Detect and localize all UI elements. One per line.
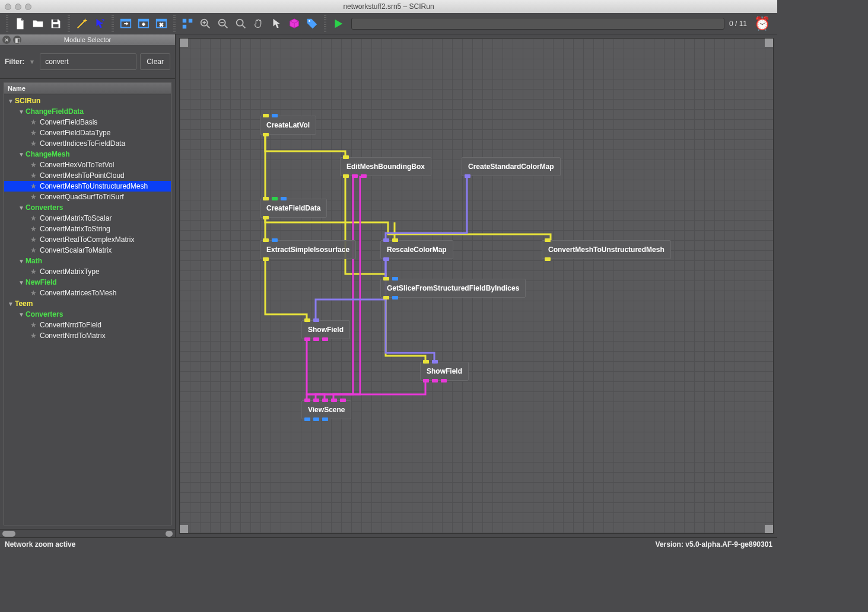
module-node-ConvertMeshToUnstructuredMesh[interactable]: ConvertMeshToUnstructuredMesh (542, 240, 671, 259)
input-port[interactable] (272, 197, 278, 200)
disclosure-icon[interactable]: ▼ (18, 311, 24, 318)
favorite-star-icon[interactable]: ★ (29, 161, 37, 169)
output-port[interactable] (392, 296, 398, 299)
favorite-star-icon[interactable]: ★ (29, 246, 37, 254)
zoom-in-button[interactable] (197, 15, 214, 32)
input-port[interactable] (272, 114, 278, 117)
module-tree-item[interactable]: ★ConvertFieldDataType (4, 128, 171, 138)
input-port[interactable] (281, 197, 287, 200)
module-tree-item[interactable]: ★ConvertMeshToPointCloud (4, 170, 171, 181)
canvas-scroll-corner[interactable] (765, 525, 773, 533)
play-button[interactable] (330, 15, 346, 32)
input-port[interactable] (263, 197, 269, 200)
input-port[interactable] (343, 155, 349, 159)
input-port[interactable] (304, 399, 310, 402)
module-tree-root[interactable]: ▼Teem (4, 298, 171, 309)
output-port[interactable] (423, 379, 429, 383)
module-tree-item[interactable]: ★ConvertMeshToUnstructuredMesh (4, 181, 171, 192)
output-port[interactable] (465, 174, 470, 178)
input-port[interactable] (545, 238, 551, 242)
pan-tool-button[interactable] (250, 15, 267, 32)
module-tree-item[interactable]: ★ConvertIndicesToFieldData (4, 138, 171, 149)
layout-button[interactable] (179, 15, 196, 32)
module-tree-category[interactable]: ▼NewField (4, 277, 171, 288)
module-node-ExtractSimpleIsosurface[interactable]: ExtractSimpleIsosurface (260, 240, 356, 259)
help-pointer-button[interactable]: ? (91, 15, 108, 32)
module-node-CreateStandardColorMap[interactable]: CreateStandardColorMap (462, 157, 561, 176)
favorite-star-icon[interactable]: ★ (29, 193, 37, 201)
output-port[interactable] (304, 337, 310, 341)
disclosure-icon[interactable]: ▼ (18, 279, 24, 286)
canvas-scroll-corner[interactable] (765, 39, 773, 47)
favorite-star-icon[interactable]: ★ (29, 321, 37, 329)
filter-input[interactable] (40, 53, 136, 70)
zoom-window-button[interactable] (25, 4, 31, 10)
open-folder-button[interactable] (30, 15, 46, 32)
output-port[interactable] (432, 379, 438, 383)
favorite-star-icon[interactable]: ★ (29, 235, 37, 244)
module-tree-item[interactable]: ★ConvertRealToComplexMatrix (4, 234, 171, 245)
output-port[interactable] (343, 174, 349, 178)
wizard-button[interactable] (74, 15, 90, 32)
input-port[interactable] (313, 318, 319, 322)
disclosure-icon[interactable]: ▼ (18, 109, 24, 115)
disclosure-icon[interactable]: ▼ (8, 98, 14, 104)
module-node-ShowField2[interactable]: ShowField (420, 362, 469, 381)
favorite-star-icon[interactable]: ★ (29, 267, 37, 276)
sidebar-horizontal-scrollbar[interactable] (0, 529, 175, 537)
output-port[interactable] (263, 216, 269, 219)
favorite-star-icon[interactable]: ★ (29, 225, 37, 233)
output-port[interactable] (263, 133, 269, 136)
tag-button[interactable] (304, 15, 320, 32)
new-file-button[interactable] (12, 15, 28, 32)
favorite-star-icon[interactable]: ★ (29, 139, 37, 148)
output-port[interactable] (263, 257, 269, 261)
module-tree-category[interactable]: ▼ChangeFieldData (4, 106, 171, 117)
output-port[interactable] (352, 174, 358, 178)
alarm-icon[interactable]: ⏰ (754, 16, 770, 31)
favorite-star-icon[interactable]: ★ (29, 171, 37, 180)
favorite-star-icon[interactable]: ★ (29, 289, 37, 297)
output-port[interactable] (545, 257, 551, 261)
input-port[interactable] (304, 318, 310, 322)
package-button[interactable] (286, 15, 303, 32)
output-port[interactable] (441, 379, 447, 383)
output-port[interactable] (313, 337, 319, 341)
module-tree-category[interactable]: ▼Converters (4, 309, 171, 320)
tree-column-header[interactable]: Name (4, 83, 171, 94)
scrollbar-thumb[interactable] (166, 531, 173, 537)
panel-undock-button[interactable]: ◧ (13, 36, 21, 44)
module-tree-item[interactable]: ★ConvertFieldBasis (4, 117, 171, 128)
favorite-star-icon[interactable]: ★ (29, 182, 37, 190)
filter-dropdown-icon[interactable]: ▾ (28, 58, 36, 66)
disclosure-icon[interactable]: ▼ (8, 301, 14, 307)
input-port[interactable] (432, 360, 438, 364)
input-port[interactable] (322, 399, 328, 402)
module-tree-item[interactable]: ★ConvertMatrixToScalar (4, 213, 171, 224)
output-port[interactable] (304, 417, 310, 421)
input-port[interactable] (313, 399, 319, 402)
input-port[interactable] (423, 360, 429, 364)
module-node-EditMeshBoundingBox[interactable]: EditMeshBoundingBox (340, 157, 431, 176)
input-port[interactable] (272, 238, 278, 242)
module-tree-category[interactable]: ▼Converters (4, 202, 171, 213)
input-port[interactable] (263, 114, 269, 117)
module-tree-item[interactable]: ★ConvertQuadSurfToTriSurf (4, 192, 171, 202)
input-port[interactable] (263, 238, 269, 242)
output-port[interactable] (322, 337, 328, 341)
module-node-CreateFieldData[interactable]: CreateFieldData (260, 199, 327, 218)
window-forward-button[interactable] (117, 15, 134, 32)
module-tree-category[interactable]: ▼ChangeMesh (4, 149, 171, 160)
minimize-window-button[interactable] (15, 4, 21, 10)
output-port[interactable] (383, 257, 389, 261)
input-port[interactable] (340, 399, 346, 402)
favorite-star-icon[interactable]: ★ (29, 118, 37, 126)
disclosure-icon[interactable]: ▼ (18, 258, 24, 264)
favorite-star-icon[interactable]: ★ (29, 214, 37, 222)
module-node-CreateLatVol[interactable]: CreateLatVol (260, 116, 316, 135)
favorite-star-icon[interactable]: ★ (29, 332, 37, 340)
window-add-button[interactable] (135, 15, 152, 32)
tree-body[interactable]: ▼SCIRun▼ChangeFieldData★ConvertFieldBasi… (4, 94, 171, 525)
module-tree-category[interactable]: ▼Math (4, 256, 171, 266)
select-tool-button[interactable] (268, 15, 285, 32)
